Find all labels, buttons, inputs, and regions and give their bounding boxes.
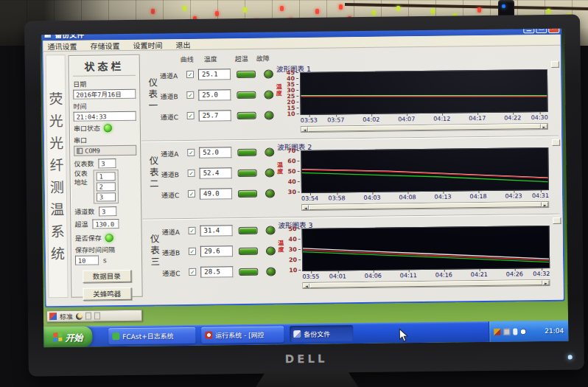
x-axis-tick-label: 04:32 — [533, 271, 550, 277]
serial-status-label: 串口状态 — [74, 123, 100, 133]
scroll-left-arrow[interactable]: ◄ — [302, 205, 309, 210]
channel-curve-checkbox[interactable]: ✓ — [186, 71, 194, 78]
x-axis-tick-label: 04:16 — [435, 272, 452, 279]
overtemp-indicator-led — [237, 149, 256, 156]
screen: 备份文件 ▁ ▢ ✕ 通讯设置 存储设置 设置时间 退出 荧光光纤测温系统 — [40, 29, 568, 348]
scroll-right-arrow[interactable]: ► — [542, 280, 549, 285]
channel-label: 通道A — [160, 71, 178, 80]
chart-horizontal-scrollbar[interactable]: ◄ ► — [301, 201, 549, 211]
address-1-field[interactable]: 1 — [97, 172, 116, 181]
instrument-count-value[interactable]: 3 — [98, 158, 116, 168]
waveform-chart-3: 波形图表 3 温度 5040302010 03:5504:0104:0604:1… — [276, 217, 561, 295]
plot-lines — [303, 226, 550, 271]
taskbar-button-label: 备份文件 — [304, 329, 330, 338]
save-interval-label: 保存时间间隔 — [75, 245, 138, 255]
chart-horizontal-scrollbar[interactable]: ◄ ► — [302, 279, 550, 289]
ime-mini-button[interactable] — [85, 313, 91, 320]
scroll-left-arrow[interactable]: ◄ — [303, 283, 309, 288]
address-3-field[interactable]: 3 — [97, 192, 116, 201]
buzzer-off-button[interactable]: 关蜂鸣器 — [83, 287, 131, 301]
monitor-power-led[interactable] — [568, 355, 573, 360]
chart-corner-box[interactable] — [553, 217, 561, 224]
channel-temperature-value: 52.0 — [199, 147, 231, 158]
chart-horizontal-scrollbar[interactable]: ◄ ► — [301, 123, 548, 133]
instrument-name: 仪表三 — [147, 234, 162, 268]
channel-curve-checkbox[interactable]: ✓ — [189, 227, 196, 234]
channel-curve-checkbox[interactable]: ✓ — [189, 248, 196, 255]
menu-comm-settings[interactable]: 通讯设置 — [47, 40, 77, 51]
ime-mini-button-2[interactable] — [94, 312, 100, 319]
scroll-left-arrow[interactable]: ◄ — [301, 127, 308, 132]
start-button[interactable]: 开始 — [43, 327, 92, 348]
address-label: 仪表地址 — [74, 170, 91, 204]
fault-indicator-led — [264, 90, 273, 99]
channel-count-value[interactable]: 3 — [99, 206, 116, 216]
usb-tray-icon[interactable] — [513, 328, 517, 335]
ime-mode-label: 标准 — [60, 311, 73, 321]
channel-curve-checkbox[interactable]: ✓ — [187, 112, 195, 119]
x-axis-tick-label: 04:30 — [531, 114, 548, 121]
photo-scene: DELL 备份文件 ▁ ▢ ✕ 通讯设置 存储设置 设 — [0, 0, 588, 387]
save-interval-field[interactable]: 10 — [75, 255, 99, 265]
y-axis-tick-label: 30 — [288, 189, 296, 195]
column-header-fault: 故障 — [256, 54, 270, 63]
overtemp-indicator-led — [239, 268, 258, 276]
fault-indicator-led — [266, 246, 276, 255]
menu-set-time[interactable]: 设置时间 — [133, 39, 162, 50]
channel-block: 通道A✓52.0通道B✓52.4通道C✓49.0 — [161, 141, 276, 218]
channel-temperature-value: 31.4 — [200, 225, 232, 237]
maximize-button[interactable]: ▢ — [536, 29, 547, 33]
chart-corner-box[interactable] — [551, 61, 559, 68]
channel-row: 通道B✓52.4 — [161, 166, 276, 182]
instrument-2-band: 仪表二 通道A✓52.0通道B✓52.4通道C✓49.0 波形图表 2 温度 7… — [141, 138, 562, 219]
dell-monitor: DELL 备份文件 ▁ ▢ ✕ 通讯设置 存储设置 设 — [24, 14, 584, 376]
x-axis-tick-label: 04:11 — [400, 272, 417, 279]
close-button[interactable]: ✕ — [548, 29, 559, 33]
save-enabled-label: 是否保存 — [75, 233, 102, 243]
taskbar-button-run-system[interactable]: 运行系统 - [网控 — [201, 326, 284, 343]
scroll-thumb[interactable] — [309, 202, 542, 210]
y-axis-tick-label: 10 — [289, 268, 297, 273]
channel-curve-checkbox[interactable]: ✓ — [189, 268, 196, 276]
channel-row: 通道C✓28.5 — [162, 265, 277, 281]
channel-temperature-value: 52.4 — [200, 167, 232, 179]
scroll-thumb[interactable] — [308, 124, 541, 132]
language-bar[interactable]: 标准 — [46, 310, 142, 323]
x-axis-tick-label: 04:07 — [398, 116, 415, 122]
main-region: 曲线 温度 超温 故障 仪表一 通道A✓25.1通道B✓25.0通道C✓25.7… — [141, 46, 564, 297]
y-axis-tick-label: 50 — [287, 169, 295, 175]
menu-exit[interactable]: 退出 — [175, 38, 190, 49]
channel-curve-checkbox[interactable]: ✓ — [186, 91, 194, 99]
address-2-field[interactable]: 2 — [97, 182, 116, 191]
menu-storage-settings[interactable]: 存储设置 — [90, 40, 119, 51]
data-directory-button[interactable]: 数据目录 — [83, 270, 131, 283]
overtemp-threshold-value[interactable]: 130.0 — [92, 219, 119, 229]
x-axis-tick-label: 04:18 — [469, 193, 486, 200]
chart-corner-box[interactable] — [552, 139, 560, 146]
taskbar-button-log-system[interactable]: FCAst+日志系统 — [108, 327, 195, 344]
taskbar-button-label: FCAst+日志系统 — [122, 331, 174, 341]
y-axis-ticks: 4540353025201510 — [281, 72, 299, 115]
y-axis-ticks: 7060504030 — [281, 150, 300, 193]
taskbar-button-backup-file[interactable]: 备份文件 — [290, 325, 353, 342]
serial-port-combo[interactable]: COM9 — [74, 145, 136, 156]
channel-curve-checkbox[interactable]: ✓ — [188, 190, 195, 198]
channel-curve-checkbox[interactable]: ✓ — [188, 170, 195, 177]
status-panel: 状态栏 日期 2016年7月16日 时间 21:04:33 串口状态 串口 — [69, 55, 143, 298]
scroll-right-arrow[interactable]: ► — [541, 124, 547, 129]
ime-icon — [49, 313, 57, 320]
minimize-button[interactable]: ▁ — [523, 29, 534, 33]
x-axis-tick-label: 04:02 — [363, 116, 379, 123]
instrument-name: 仪表二 — [146, 156, 161, 190]
scroll-thumb[interactable] — [309, 280, 542, 288]
waveform-chart-1: 波形图表 1 温度 4540353025201510 03:5303:5704:… — [275, 61, 560, 139]
scroll-right-arrow[interactable]: ► — [542, 202, 548, 207]
volume-tray-icon[interactable] — [520, 328, 527, 335]
x-axis-tick-label: 04:23 — [505, 192, 522, 199]
tray-icon-2[interactable] — [503, 328, 510, 335]
channel-label: 通道B — [161, 170, 179, 179]
channel-row: 通道B✓29.6 — [162, 244, 277, 260]
tray-icon-1[interactable] — [494, 328, 500, 335]
channel-curve-checkbox[interactable]: ✓ — [187, 149, 195, 156]
y-axis-tick-label: 20 — [289, 257, 297, 263]
